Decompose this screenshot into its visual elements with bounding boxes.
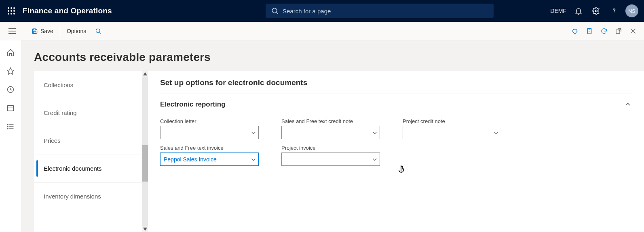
gear-icon [592, 7, 600, 15]
tab-scrollbar[interactable] [142, 71, 148, 232]
popout-icon [615, 27, 622, 35]
bell-icon [574, 7, 583, 15]
search-icon [95, 28, 101, 34]
svg-marker-38 [143, 228, 147, 231]
star-icon [6, 67, 15, 75]
settings-button[interactable] [588, 3, 604, 19]
left-rail [0, 40, 21, 232]
svg-point-12 [614, 13, 614, 13]
workspace-icon [6, 104, 15, 112]
svg-marker-37 [143, 72, 147, 75]
field-project-invoice: Project invoice [281, 145, 380, 166]
popout-button[interactable] [612, 24, 625, 38]
tab-label: Electronic documents [44, 165, 101, 172]
avatar-initials: NS [628, 8, 636, 14]
group-collapse[interactable] [623, 100, 633, 109]
svg-rect-17 [34, 31, 36, 33]
tab-inventory-dimensions[interactable]: Inventory dimensions [34, 182, 142, 210]
scroll-up-icon[interactable] [142, 71, 148, 77]
pin-button[interactable] [568, 24, 582, 38]
notifications-button[interactable] [570, 3, 587, 19]
svg-point-0 [8, 7, 9, 9]
svg-point-9 [272, 8, 277, 13]
rail-workspaces[interactable] [4, 103, 17, 113]
save-icon [32, 28, 38, 34]
list-icon [6, 123, 15, 131]
svg-point-5 [13, 10, 15, 12]
field-label: Sales and Free text invoice [160, 145, 259, 151]
rail-home[interactable] [4, 48, 17, 57]
app-title: Finance and Operations [23, 6, 112, 15]
cursor-icon [398, 165, 408, 177]
collection-letter-dropdown[interactable] [160, 126, 259, 139]
user-avatar[interactable]: NS [625, 4, 638, 17]
help-button[interactable] [606, 3, 622, 19]
tab-electronic-documents[interactable]: Electronic documents [34, 155, 142, 182]
rail-favorites[interactable] [4, 66, 17, 76]
options-button[interactable]: Options [62, 25, 91, 37]
field-label: Sales and Free text credit note [281, 118, 380, 124]
svg-point-11 [595, 10, 598, 12]
save-button[interactable]: Save [27, 25, 58, 37]
tab-collections[interactable]: Collections [34, 71, 142, 99]
chevron-up-icon [625, 101, 631, 108]
app-launcher-icon[interactable] [2, 0, 21, 22]
svg-point-2 [13, 7, 15, 9]
svg-rect-29 [8, 105, 14, 111]
project-invoice-dropdown[interactable] [281, 153, 380, 166]
field-sales-free-invoice: Sales and Free text invoice [160, 145, 259, 166]
svg-point-3 [8, 10, 9, 12]
refresh-button[interactable] [597, 24, 611, 38]
global-search-input[interactable] [283, 8, 488, 15]
tab-credit-rating[interactable]: Credit rating [34, 99, 142, 127]
waffle-icon [8, 7, 15, 15]
clock-icon [6, 86, 15, 94]
action-search[interactable] [91, 25, 106, 37]
section-title: Set up options for electronic documents [160, 78, 633, 94]
field-project-credit-note: Project credit note [403, 118, 501, 139]
diamond-icon [571, 27, 579, 35]
svg-point-18 [96, 29, 100, 33]
attachments-button[interactable] [583, 24, 596, 38]
sales-free-credit-note-dropdown[interactable] [281, 126, 380, 139]
svg-line-19 [99, 32, 101, 33]
svg-marker-27 [7, 68, 14, 75]
field-label: Collection letter [160, 118, 259, 124]
scroll-down-icon[interactable] [142, 226, 148, 232]
svg-point-1 [11, 7, 12, 9]
svg-rect-16 [34, 29, 36, 30]
project-credit-note-dropdown[interactable] [403, 126, 501, 139]
page-title: Accounts receivable parameters [21, 40, 644, 71]
search-icon [271, 7, 279, 15]
document-icon [586, 27, 593, 35]
navbar: Finance and Operations DEMF [0, 0, 644, 22]
refresh-icon [600, 27, 608, 35]
sales-free-invoice-dropdown[interactable] [160, 153, 259, 166]
svg-point-31 [8, 124, 8, 125]
svg-line-10 [277, 13, 279, 14]
vertical-tabs: CollectionsCredit ratingPricesElectronic… [34, 71, 148, 232]
field-label: Project credit note [403, 118, 501, 124]
company-code[interactable]: DEMF [550, 8, 566, 14]
save-label: Save [40, 28, 53, 34]
svg-point-4 [11, 10, 12, 12]
rail-recent[interactable] [4, 85, 17, 94]
rail-modules[interactable] [4, 122, 17, 132]
tab-label: Collections [44, 82, 73, 88]
svg-point-35 [8, 128, 8, 129]
tab-label: Credit rating [44, 109, 77, 116]
global-search[interactable] [266, 4, 494, 18]
separator [60, 26, 60, 36]
field-sales-free-credit-note: Sales and Free text credit note [281, 118, 380, 139]
tab-prices[interactable]: Prices [34, 127, 142, 155]
close-button[interactable] [626, 24, 640, 38]
options-label: Options [67, 28, 86, 34]
tab-label: Inventory dimensions [44, 193, 101, 200]
nav-toggle[interactable] [5, 24, 19, 38]
actionbar: Save Options [0, 22, 644, 40]
tab-label: Prices [44, 137, 61, 144]
close-icon [630, 28, 636, 34]
svg-point-8 [13, 13, 15, 15]
hamburger-icon [8, 28, 16, 34]
field-collection-letter: Collection letter [160, 118, 259, 139]
